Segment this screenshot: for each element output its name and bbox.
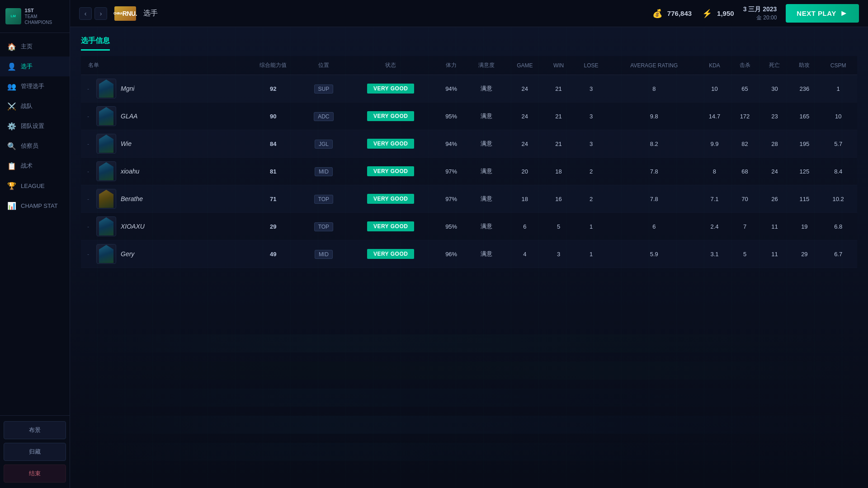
nav-label-team-settings: 团队设置 — [21, 122, 44, 130]
sidebar-item-players[interactable]: 👤 选手 — [0, 56, 70, 76]
back-button[interactable]: ‹ — [79, 7, 92, 20]
player-avg-rating: 7.8 — [609, 185, 699, 213]
nav-icon-tactics: 📋 — [7, 161, 16, 170]
player-win: 16 — [544, 185, 573, 213]
table-row[interactable]: - XIOAXU 29 TOP VERY GOOD 95% 满意 6 5 1 6… — [81, 213, 857, 240]
player-status: VERY GOOD — [346, 158, 436, 185]
next-play-button[interactable]: NEXT PLAY ► — [786, 4, 859, 23]
player-position: TOP — [302, 185, 346, 213]
nav-icon-team: ⚔️ — [7, 102, 16, 111]
player-status: VERY GOOD — [346, 130, 436, 158]
nav-icon-league: 🏆 — [7, 181, 16, 190]
app-logo-text: 1ST TEAM CHAMPIONS — [25, 7, 64, 25]
player-avatar — [96, 161, 116, 181]
player-game: 24 — [506, 75, 544, 103]
player-position: ADC — [302, 103, 346, 130]
sidebar-item-league[interactable]: 🏆 LEAGUE — [0, 176, 70, 196]
player-kills: 70 — [730, 185, 760, 213]
table-row[interactable]: - Wie 84 JGL VERY GOOD 94% 满意 24 21 3 8.… — [81, 130, 857, 158]
player-lose: 3 — [573, 103, 609, 130]
player-deaths: 11 — [760, 213, 789, 240]
player-assists: 19 — [789, 213, 819, 240]
player-rank: - — [85, 224, 92, 229]
player-rank: - — [85, 169, 92, 174]
table-header: 名单 综合能力值 位置 状态 体力 满意度 GAME WIN LOSE AVER… — [81, 56, 857, 75]
col-game: GAME — [506, 56, 544, 75]
nav-label-scout: 侦察员 — [21, 142, 38, 150]
topbar-date: 3 三月 2023 金 20:00 — [743, 5, 777, 21]
player-kda: 7.1 — [699, 185, 730, 213]
player-stamina: 97% — [436, 185, 467, 213]
sidebar-item-tactics[interactable]: 📋 战术 — [0, 156, 70, 176]
player-deaths: 11 — [760, 240, 789, 268]
nav-icon-team-settings: ⚙️ — [7, 122, 16, 131]
sidebar-item-team-settings[interactable]: ⚙️ 团队设置 — [0, 116, 70, 136]
player-avatar — [96, 134, 116, 154]
player-rating: 84 — [245, 130, 302, 158]
table-row[interactable]: - Berathe 71 TOP VERY GOOD 97% 满意 18 16 … — [81, 185, 857, 213]
player-cspm: 6.7 — [819, 240, 857, 268]
player-name-cell: - Berathe — [81, 185, 245, 213]
player-deaths: 24 — [760, 158, 789, 185]
player-assists: 236 — [789, 75, 819, 103]
player-cspm: 10.2 — [819, 185, 857, 213]
player-status: VERY GOOD — [346, 103, 436, 130]
sidebar-item-scout[interactable]: 🔍 侦察员 — [0, 136, 70, 156]
player-assists: 125 — [789, 158, 819, 185]
col-status: 状态 — [346, 56, 436, 75]
player-avg-rating: 7.8 — [609, 158, 699, 185]
content-area: 选手信息 名单 综合能力值 位置 状态 体力 满意度 GAME WIN LOSE… — [70, 27, 868, 488]
logo-area: LM 1ST TEAM CHAMPIONS — [0, 0, 70, 33]
avatar-decoration — [97, 107, 116, 126]
end-button[interactable]: 结束 — [4, 465, 66, 483]
archive-button[interactable]: 归藏 — [4, 443, 66, 461]
player-avatar — [96, 189, 116, 209]
table-row[interactable]: - xioahu 81 MID VERY GOOD 97% 满意 20 18 2… — [81, 158, 857, 185]
sidebar-item-manage-players[interactable]: 👥 管理选手 — [0, 76, 70, 96]
player-position: SUP — [302, 75, 346, 103]
player-name-cell: - Mgni — [81, 75, 245, 103]
avatar-decoration — [97, 162, 116, 181]
player-stamina: 96% — [436, 240, 467, 268]
col-cspm: CSPM — [819, 56, 857, 75]
player-kills: 82 — [730, 130, 760, 158]
table-row[interactable]: - Mgni 92 SUP VERY GOOD 94% 满意 24 21 3 8… — [81, 75, 857, 103]
player-avatar — [96, 216, 116, 236]
player-table-wrapper: 名单 综合能力值 位置 状态 体力 满意度 GAME WIN LOSE AVER… — [70, 56, 868, 268]
player-name-cell: - XIOAXU — [81, 213, 245, 240]
player-kda: 3.1 — [699, 240, 730, 268]
player-kills: 5 — [730, 240, 760, 268]
table-row[interactable]: - GLAA 90 ADC VERY GOOD 95% 满意 24 21 3 9… — [81, 103, 857, 130]
player-satisfaction: 满意 — [467, 103, 506, 130]
col-kda: KDA — [699, 56, 730, 75]
player-game: 4 — [506, 240, 544, 268]
coins-value: 776,843 — [667, 9, 692, 17]
player-name: Mgni — [121, 85, 134, 92]
table-row[interactable]: - Gery 49 MID VERY GOOD 96% 满意 4 3 1 5.9… — [81, 240, 857, 268]
sidebar-item-team[interactable]: ⚔️ 战队 — [0, 96, 70, 116]
nav-label-league: LEAGUE — [21, 183, 45, 189]
nav-icon-players: 👤 — [7, 62, 16, 71]
player-name: GLAA — [121, 113, 137, 120]
player-kills: 7 — [730, 213, 760, 240]
layout-button[interactable]: 布景 — [4, 421, 66, 439]
sidebar-item-home[interactable]: 🏠 主页 — [0, 37, 70, 56]
player-win: 5 — [544, 213, 573, 240]
coins-stat: 💰 776,843 — [651, 7, 692, 20]
date-sub: 金 20:00 — [743, 14, 777, 22]
forward-button[interactable]: › — [94, 7, 107, 20]
player-lose: 1 — [573, 213, 609, 240]
nav-label-manage-players: 管理选手 — [21, 82, 44, 90]
player-satisfaction: 满意 — [467, 130, 506, 158]
player-cspm: 10 — [819, 103, 857, 130]
sidebar-item-champ-stat[interactable]: 📊 CHAMP STAT — [0, 196, 70, 216]
player-stamina: 94% — [436, 130, 467, 158]
player-rating: 81 — [245, 158, 302, 185]
content-header: 选手信息 — [70, 27, 868, 51]
avatar-decoration — [97, 79, 116, 98]
player-status: VERY GOOD — [346, 240, 436, 268]
player-position: MID — [302, 240, 346, 268]
topbar: ‹ › CHINA RNU. 选手 💰 776,843 ⚡ 1,950 3 三月… — [70, 0, 868, 27]
player-kda: 8 — [699, 158, 730, 185]
player-win: 3 — [544, 240, 573, 268]
